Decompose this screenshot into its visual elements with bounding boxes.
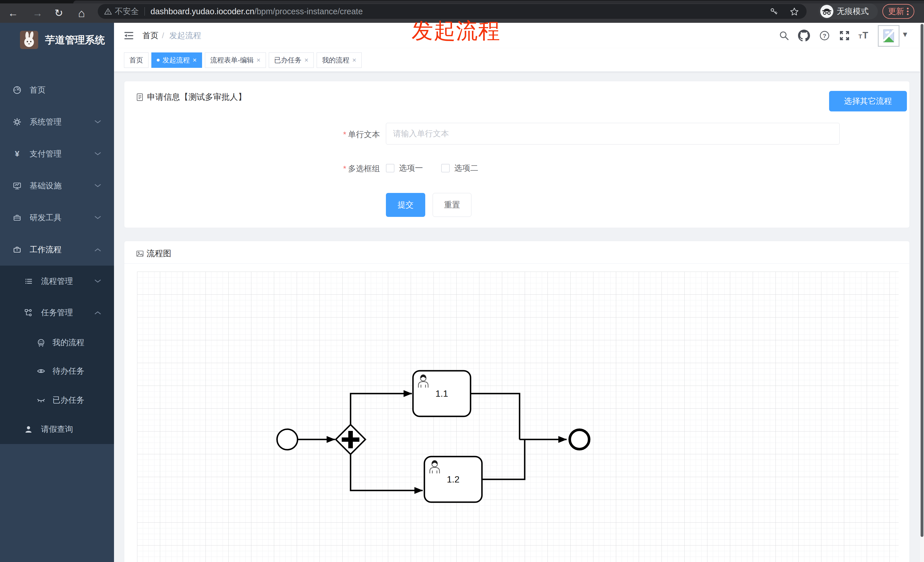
smile-face-icon: [36, 338, 46, 347]
task-label: 1.1: [435, 388, 448, 399]
sidebar-item-process-management[interactable]: 流程管理: [0, 265, 114, 297]
chevron-down-icon: [94, 279, 102, 283]
github-link[interactable]: [798, 30, 810, 42]
reset-button[interactable]: 重置: [433, 193, 471, 217]
sidebar-item-devtools[interactable]: 研发工具: [0, 202, 114, 234]
bookmark-star-icon[interactable]: [790, 7, 799, 17]
bpmn-canvas[interactable]: 1.1 1.2: [137, 271, 898, 562]
browser-reload-button[interactable]: ↻: [51, 3, 67, 23]
url-path[interactable]: /bpm/process-instance/create: [254, 7, 363, 16]
key-icon: [770, 7, 778, 16]
sidebar-item-label: 支付管理: [30, 148, 62, 159]
breadcrumb-home[interactable]: 首页: [142, 23, 159, 48]
browser-tabstrip: [0, 0, 924, 3]
bpmn-start-event[interactable]: [277, 429, 297, 450]
font-size-button[interactable]: T T: [858, 30, 870, 42]
checkbox-icon[interactable]: [386, 164, 394, 172]
fullscreen-button[interactable]: [838, 30, 850, 42]
checkbox-option-2[interactable]: 选项二: [441, 163, 478, 174]
close-icon[interactable]: ×: [193, 56, 196, 64]
choose-other-process-button[interactable]: 选择其它流程: [829, 91, 907, 111]
checkbox-group: 选项一 选项二: [386, 163, 496, 174]
sidebar-item-system[interactable]: 系统管理: [0, 106, 114, 138]
bpmn-user-task-2[interactable]: 1.2: [424, 457, 482, 502]
card-title-row: 流程图: [136, 248, 171, 259]
sidebar-item-task-management[interactable]: 任务管理: [0, 297, 114, 328]
eye-icon: [36, 367, 46, 376]
bpmn-parallel-gateway[interactable]: [336, 425, 365, 454]
task-label: 1.2: [447, 474, 459, 484]
sidebar-item-workflow[interactable]: 工作流程: [0, 234, 114, 265]
tag-my-process[interactable]: 我的流程 ×: [316, 52, 362, 68]
chrome-update-button[interactable]: 更新: [882, 4, 914, 19]
sidebar-item-infrastructure[interactable]: 基础设施: [0, 170, 114, 202]
search-button[interactable]: [778, 30, 790, 42]
sidebar-item-label: 已办任务: [52, 395, 84, 406]
text-field-label: *单行文本: [124, 129, 380, 140]
fullscreen-icon: [839, 30, 850, 41]
collapse-sidebar-icon[interactable]: [123, 30, 134, 41]
checkbox-icon[interactable]: [441, 164, 450, 172]
incognito-icon: [820, 5, 833, 18]
flow-task1-to-join[interactable]: [471, 394, 520, 439]
sidebar-item-payment[interactable]: ¥ 支付管理: [0, 138, 114, 170]
password-key-icon[interactable]: [770, 7, 778, 17]
github-icon: [798, 30, 810, 42]
sidebar-item-home[interactable]: 首页: [0, 74, 114, 106]
sidebar-item-todo-tasks[interactable]: 待办任务: [0, 357, 114, 385]
field-label-text: 单行文本: [348, 130, 380, 139]
sidebar-logo[interactable]: 芋道管理系统: [0, 23, 114, 57]
warning-triangle-icon: [104, 7, 112, 15]
close-icon[interactable]: ×: [352, 56, 356, 64]
briefcase-icon: [12, 245, 22, 254]
tag-process-form-edit[interactable]: 流程表单-编辑 ×: [205, 52, 266, 68]
app-title: 芋道管理系统: [45, 33, 105, 47]
sidebar-item-label: 首页: [30, 85, 46, 96]
bpmn-diagram: 1.1 1.2: [137, 271, 898, 562]
flow-gateway-to-task1[interactable]: [351, 394, 412, 425]
flow-tree-icon: [24, 308, 33, 317]
required-mark: *: [343, 130, 346, 139]
bpmn-end-event[interactable]: [570, 430, 589, 449]
help-button[interactable]: ?: [819, 30, 831, 42]
scrollbar-thumb[interactable]: [921, 24, 923, 537]
checkbox-label: 选项一: [399, 163, 423, 174]
star-icon: [790, 7, 799, 16]
sidebar-item-leave-query[interactable]: 请假查询: [0, 415, 114, 444]
close-icon[interactable]: ×: [256, 56, 261, 64]
svg-text:?: ?: [823, 33, 826, 39]
sidebar-item-my-process[interactable]: 我的流程: [0, 328, 114, 357]
tag-home[interactable]: 首页: [124, 52, 148, 68]
checkbox-option-1[interactable]: 选项一: [386, 163, 423, 174]
browser-home-button[interactable]: ⌂: [74, 3, 90, 23]
tag-initiate-process[interactable]: 发起流程 ×: [152, 52, 202, 68]
browser-forward-button[interactable]: →: [30, 3, 46, 23]
submit-button[interactable]: 提交: [386, 193, 425, 217]
browser-active-tab[interactable]: [73, 1, 924, 3]
breadcrumb-separator: /: [162, 23, 164, 48]
flow-gateway-to-task2[interactable]: [351, 454, 423, 490]
flow-task2-to-join[interactable]: [482, 440, 525, 480]
sidebar: 芋道管理系统 首页 系统管理 ¥ 支付管理: [0, 23, 114, 562]
logo-avatar: [20, 31, 38, 49]
browser-back-button[interactable]: ←: [5, 3, 21, 23]
sidebar-item-label: 任务管理: [41, 307, 73, 318]
tag-done-tasks[interactable]: 已办任务 ×: [269, 52, 314, 68]
security-label[interactable]: 不安全: [115, 6, 139, 17]
sidebar-item-label: 工作流程: [30, 244, 62, 255]
single-line-text-input[interactable]: [386, 123, 840, 144]
address-divider: [144, 7, 145, 16]
user-avatar[interactable]: [878, 25, 900, 47]
apply-info-card: 申请信息【测试多审批人】 选择其它流程 *单行文本 *多选框组 选项一 选项二 …: [124, 81, 910, 228]
tag-label: 首页: [129, 55, 143, 65]
browser-menu-icon[interactable]: [907, 6, 909, 16]
sidebar-item-done-tasks[interactable]: 已办任务: [0, 385, 114, 415]
bpmn-user-task-1[interactable]: 1.1: [413, 371, 471, 417]
broken-image-icon: [880, 28, 897, 44]
url-host[interactable]: dashboard.yudao.iocoder.cn: [150, 7, 254, 16]
required-mark: *: [343, 164, 346, 173]
picture-icon: [136, 249, 144, 258]
close-icon[interactable]: ×: [304, 56, 308, 64]
avatar-caret-icon[interactable]: ▾: [903, 29, 907, 39]
sidebar-item-label: 系统管理: [30, 117, 62, 127]
